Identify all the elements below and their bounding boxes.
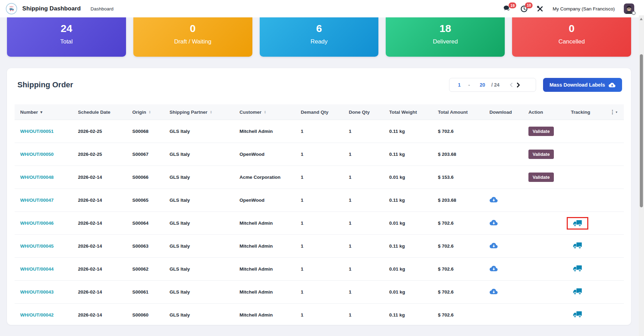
messages-button[interactable]: 19 <box>503 5 511 12</box>
pager-range-start[interactable]: 1 <box>458 82 461 88</box>
cell-customer: Mitchell Admin <box>234 312 295 318</box>
stat-card-delivered[interactable]: 18Delivered <box>386 17 505 57</box>
cell-number: WH/OUT/00045 <box>15 243 72 249</box>
download-label-button[interactable] <box>489 265 498 272</box>
stat-card-label: Delivered <box>386 38 505 45</box>
stat-card-total[interactable]: 24Total <box>7 17 126 57</box>
column-header-label: Origin <box>132 110 146 115</box>
table-row: WH/OUT/000512026-02-25S00068GLS ItalyMit… <box>15 120 624 143</box>
cell-shipping-partner: GLS Italy <box>164 152 234 157</box>
user-avatar[interactable] <box>624 3 634 14</box>
sort-icon: ▲▼ <box>149 110 151 114</box>
truck-icon <box>573 242 582 249</box>
column-header-total-amount[interactable]: Total Amount <box>432 110 484 115</box>
order-number-link[interactable]: WH/OUT/00050 <box>20 152 54 157</box>
download-label-button[interactable] <box>489 219 498 226</box>
order-number-link[interactable]: WH/OUT/00047 <box>20 198 54 203</box>
stat-card-value: 24 <box>7 22 126 35</box>
column-header-action[interactable]: Action <box>523 110 565 115</box>
order-number-link[interactable]: WH/OUT/00051 <box>20 129 54 134</box>
cell-customer: Mitchell Admin <box>234 289 295 295</box>
download-label-button[interactable] <box>489 242 498 249</box>
app-logo-icon[interactable]: odoo <box>6 3 17 15</box>
chevron-right-icon <box>516 82 520 88</box>
cloud-download-icon <box>489 219 498 226</box>
cell-tracking <box>565 242 607 250</box>
cell-action: Validate <box>523 150 565 159</box>
scrollbar-thumb[interactable] <box>640 54 643 207</box>
cell-demand-qty: 1 <box>295 312 343 318</box>
validate-button[interactable]: Validate <box>528 150 554 159</box>
cell-origin: S00064 <box>127 221 164 226</box>
column-header-done-qty[interactable]: Done Qty <box>343 110 384 115</box>
menu-dashboard[interactable]: Dashboard <box>91 6 113 11</box>
cell-total-amount: $ 153.6 <box>432 175 484 180</box>
order-number-link[interactable]: WH/OUT/00044 <box>20 266 54 272</box>
stat-card-ready[interactable]: 6Ready <box>260 17 379 57</box>
cell-demand-qty: 1 <box>295 266 343 272</box>
cell-origin: S00065 <box>127 198 164 203</box>
download-label-button[interactable] <box>489 288 498 295</box>
table-header-row: Number▾Schedule DateOrigin▲▼Shipping Par… <box>15 104 624 120</box>
pager-range-end[interactable]: 20 <box>480 82 485 88</box>
column-header-label: Action <box>528 110 543 115</box>
stat-card-draft-waiting[interactable]: 0Draft / Waiting <box>133 17 252 57</box>
order-number-link[interactable]: WH/OUT/00042 <box>20 312 54 318</box>
scroll-up-arrow[interactable] <box>640 18 643 20</box>
stat-card-value: 0 <box>512 22 631 35</box>
column-header-total-weight[interactable]: Total Weight <box>384 110 432 115</box>
column-header-shipping-partner[interactable]: Shipping Partner▲▼ <box>164 110 234 115</box>
cell-schedule-date: 2026-02-25 <box>72 129 127 134</box>
truck-icon <box>573 288 582 295</box>
stat-card-cancelled[interactable]: 0Cancelled <box>512 17 631 57</box>
cell-total-weight: 0.11 kg <box>384 312 432 318</box>
column-header-label: Tracking <box>571 110 590 115</box>
column-header-tracking[interactable]: Tracking <box>565 110 607 115</box>
column-header-label: Schedule Date <box>78 110 110 115</box>
stat-card-value: 0 <box>133 22 252 35</box>
tracking-button[interactable] <box>573 220 582 227</box>
cell-number: WH/OUT/00051 <box>15 129 72 134</box>
order-number-link[interactable]: WH/OUT/00043 <box>20 289 54 295</box>
column-options-button[interactable]: ⋮▾ <box>607 109 624 115</box>
validate-button[interactable]: Validate <box>528 127 554 136</box>
cell-customer: Acme Corporation <box>234 175 295 180</box>
cell-number: WH/OUT/00043 <box>15 289 72 295</box>
pager-next-button[interactable] <box>516 82 520 88</box>
company-switcher[interactable]: My Company (San Francisco) <box>552 6 615 11</box>
column-header-number[interactable]: Number▾ <box>15 110 72 115</box>
tracking-button[interactable] <box>573 311 582 318</box>
cell-customer: OpenWood <box>234 152 295 157</box>
order-number-link[interactable]: WH/OUT/00048 <box>20 175 54 180</box>
column-header-demand-qty[interactable]: Demand Qty <box>295 110 343 115</box>
cell-customer: Mitchell Admin <box>234 266 295 272</box>
column-header-download[interactable]: Download <box>484 110 523 115</box>
debug-tools-button[interactable] <box>537 6 543 12</box>
vertical-scrollbar[interactable] <box>639 15 644 336</box>
cell-shipping-partner: GLS Italy <box>164 289 234 295</box>
mass-download-labels-button[interactable]: Mass Download Labels <box>543 78 622 92</box>
order-number-link[interactable]: WH/OUT/00046 <box>20 221 54 226</box>
cell-total-weight: 0.11 kg <box>384 152 432 157</box>
column-header-label: Download <box>489 110 512 115</box>
column-header-label: Total Weight <box>389 110 417 115</box>
column-header-customer[interactable]: Customer▲▼ <box>234 110 295 115</box>
app-title[interactable]: Shipping Dashboard <box>22 5 81 12</box>
cell-done-qty: 1 <box>343 198 384 203</box>
column-header-schedule-date[interactable]: Schedule Date <box>72 110 127 115</box>
column-header-label: Shipping Partner <box>170 110 207 115</box>
column-header-origin[interactable]: Origin▲▼ <box>127 110 164 115</box>
download-label-button[interactable] <box>489 197 498 203</box>
tracking-button[interactable] <box>573 265 582 272</box>
tracking-button[interactable] <box>573 288 582 295</box>
validate-button[interactable]: Validate <box>528 173 554 182</box>
tracking-button[interactable] <box>573 242 582 249</box>
cell-total-amount: $ 702.6 <box>432 266 484 272</box>
activities-button[interactable]: 10 <box>520 5 528 13</box>
cell-done-qty: 1 <box>343 266 384 272</box>
column-header-label: Done Qty <box>349 110 370 115</box>
pager-previous-button[interactable] <box>509 82 513 87</box>
cell-demand-qty: 1 <box>295 175 343 180</box>
cell-schedule-date: 2026-02-14 <box>72 312 127 318</box>
order-number-link[interactable]: WH/OUT/00045 <box>20 243 54 249</box>
